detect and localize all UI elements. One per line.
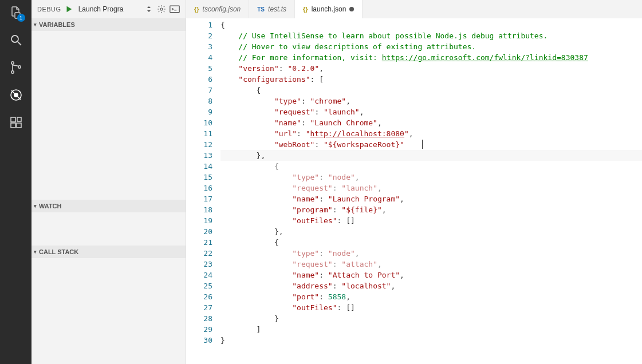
tab-label: launch.json bbox=[312, 5, 346, 13]
token-comment: // For more information, visit: bbox=[238, 53, 381, 62]
code-line[interactable]: } bbox=[220, 313, 642, 324]
debug-config-select[interactable]: Launch Progra bbox=[76, 4, 153, 14]
callstack-section-header[interactable]: ▾ CALL STACK bbox=[31, 246, 186, 258]
code-line[interactable]: "address": "localhost", bbox=[220, 280, 642, 291]
token-str: " bbox=[306, 129, 310, 138]
line-number: 12 bbox=[186, 139, 212, 150]
token-punc bbox=[220, 97, 274, 105]
debug-settings-button[interactable] bbox=[157, 5, 166, 14]
code-line[interactable]: "request": "attach", bbox=[220, 259, 642, 270]
code-line[interactable]: "type": "node", bbox=[220, 248, 642, 259]
variables-section-header[interactable]: ▾ VARIABLES bbox=[31, 18, 186, 31]
line-number: 9 bbox=[186, 106, 212, 117]
code-line[interactable]: // Hover to view descriptions of existin… bbox=[220, 41, 642, 52]
code-line[interactable]: "outFiles": [] bbox=[220, 215, 642, 226]
extensions-icon[interactable] bbox=[8, 114, 24, 130]
code-line[interactable]: "name": "Launch Chrome", bbox=[220, 117, 642, 128]
token-str: "${workspaceRoot}" bbox=[324, 140, 404, 149]
token-key: "type" bbox=[292, 173, 319, 181]
start-debug-button[interactable] bbox=[65, 5, 73, 13]
code-line[interactable]: "name": "Launch Program", bbox=[220, 193, 642, 204]
debug-title: DEBUG bbox=[37, 6, 61, 13]
code-line[interactable]: "type": "node", bbox=[220, 172, 642, 183]
tab-label: tsconfig.json bbox=[203, 5, 241, 13]
code-line[interactable]: // For more information, visit: https://… bbox=[220, 52, 642, 63]
debug-console-button[interactable] bbox=[170, 5, 180, 13]
code-line[interactable]: "outFiles": [] bbox=[220, 302, 642, 313]
line-number: 5 bbox=[186, 63, 212, 74]
token-str: "chrome" bbox=[310, 97, 346, 105]
line-number: 7 bbox=[186, 85, 212, 96]
tab-launch-json[interactable]: {}launch.json bbox=[295, 0, 363, 18]
token-str: "0.2.0" bbox=[287, 64, 319, 73]
code-line[interactable]: } bbox=[220, 335, 642, 346]
token-key: "name" bbox=[292, 195, 319, 203]
debug-icon[interactable] bbox=[8, 87, 24, 103]
token-punc bbox=[220, 205, 292, 214]
token-punc: : bbox=[279, 64, 288, 73]
svg-rect-9 bbox=[17, 123, 21, 128]
code-line[interactable]: { bbox=[220, 237, 642, 248]
line-number: 14 bbox=[186, 161, 212, 172]
code-line[interactable]: "program": "${file}", bbox=[220, 204, 642, 215]
tab-tsconfig-json[interactable]: {}tsconfig.json bbox=[186, 0, 249, 18]
token-punc: : bbox=[301, 97, 310, 105]
code-line[interactable]: "request": "launch", bbox=[220, 106, 642, 117]
code-line[interactable]: "webRoot": "${workspaceRoot}" bbox=[220, 139, 642, 150]
watch-section-header[interactable]: ▾ WATCH bbox=[31, 200, 186, 212]
dirty-indicator-icon bbox=[349, 7, 354, 11]
token-punc: : bbox=[319, 292, 328, 301]
token-punc bbox=[220, 271, 292, 279]
token-punc: : bbox=[314, 140, 324, 149]
file-type-icon: TS bbox=[257, 6, 265, 13]
search-icon[interactable] bbox=[8, 32, 24, 48]
code-line[interactable]: "type": "chrome", bbox=[220, 96, 642, 106]
chevron-down-icon: ▾ bbox=[34, 22, 37, 27]
token-punc bbox=[220, 129, 274, 138]
tab-test-ts[interactable]: TStest.ts bbox=[249, 0, 295, 18]
code-line[interactable]: ] bbox=[220, 324, 642, 335]
code-line[interactable]: "url": "http://localhost:8080", bbox=[220, 128, 642, 139]
token-punc bbox=[220, 216, 292, 225]
code-line[interactable]: "configurations": [ bbox=[220, 74, 642, 85]
code-line[interactable]: }, bbox=[220, 150, 642, 161]
code-line[interactable]: { bbox=[220, 85, 642, 96]
code-line[interactable]: }, bbox=[220, 226, 642, 237]
token-punc bbox=[220, 282, 292, 290]
activity-bar: 1 bbox=[0, 0, 31, 364]
token-str: " bbox=[404, 129, 409, 138]
code-line[interactable]: { bbox=[220, 19, 642, 30]
callstack-label: CALL STACK bbox=[39, 248, 78, 255]
line-number: 15 bbox=[186, 172, 212, 183]
source-control-icon[interactable] bbox=[8, 60, 24, 76]
token-str: "Launch Program" bbox=[328, 195, 400, 203]
variables-section-body bbox=[31, 31, 186, 200]
code-line[interactable]: "request": "launch", bbox=[220, 183, 642, 193]
token-punc bbox=[220, 42, 238, 51]
code-editor[interactable]: 1234567891011121314151617181920212223242… bbox=[186, 18, 642, 364]
code-line[interactable]: "name": "Attach to Port", bbox=[220, 270, 642, 280]
token-str: "node" bbox=[328, 173, 355, 181]
token-punc: : bbox=[333, 282, 342, 290]
token-comment: // Hover to view descriptions of existin… bbox=[238, 42, 476, 51]
line-number: 22 bbox=[186, 248, 212, 259]
token-punc: : bbox=[319, 271, 328, 279]
code-line[interactable]: "port": 5858, bbox=[220, 291, 642, 302]
token-key: "configurations" bbox=[238, 75, 310, 84]
line-number: 24 bbox=[186, 270, 212, 280]
svg-point-11 bbox=[160, 8, 163, 10]
token-str: "Attach to Port" bbox=[328, 271, 400, 279]
token-key: "outFiles" bbox=[292, 303, 337, 312]
line-number: 10 bbox=[186, 117, 212, 128]
code-line[interactable]: { bbox=[220, 161, 642, 172]
token-punc: : [] bbox=[337, 216, 355, 225]
token-comment: // Use IntelliSense to learn about possi… bbox=[238, 31, 548, 40]
debug-toolbar: DEBUG Launch Progra bbox=[31, 0, 186, 18]
explorer-icon[interactable]: 1 bbox=[8, 5, 24, 21]
code-line[interactable]: // Use IntelliSense to learn about possi… bbox=[220, 30, 642, 41]
code-content[interactable]: { // Use IntelliSense to learn about pos… bbox=[220, 18, 642, 364]
token-punc: , bbox=[360, 108, 364, 116]
code-line[interactable]: "version": "0.2.0", bbox=[220, 63, 642, 74]
explorer-badge: 1 bbox=[17, 14, 25, 22]
svg-point-2 bbox=[11, 62, 13, 64]
